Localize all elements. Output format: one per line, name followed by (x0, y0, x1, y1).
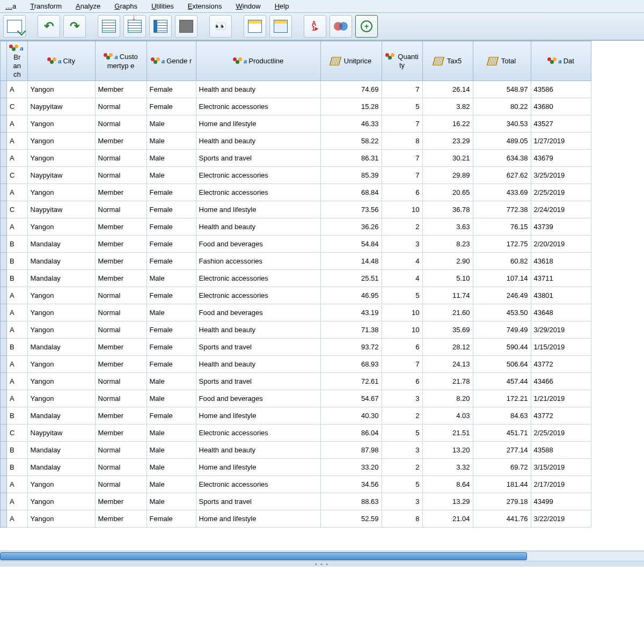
cell-tax5[interactable]: 24.13 (422, 355, 473, 372)
cell-customertype[interactable]: Normal (95, 98, 147, 115)
cell-unitprice[interactable]: 72.61 (320, 372, 382, 390)
cell-total[interactable]: 457.44 (473, 372, 531, 390)
insert-variable-button[interactable] (149, 15, 172, 38)
cell-productline[interactable]: Sports and travel (196, 338, 320, 355)
cell-date[interactable]: 43499 (531, 493, 591, 510)
table-row[interactable]: AYangonNormalFemaleElectronic accessorie… (1, 287, 591, 304)
cell-city[interactable]: Yangon (27, 493, 95, 510)
column-header-gender[interactable]: a Gende r (147, 41, 196, 81)
cell-date[interactable]: 2/17/2019 (531, 475, 591, 493)
cell-customertype[interactable]: Normal (95, 321, 147, 338)
cell-branch[interactable]: A (7, 321, 28, 338)
cell-city[interactable]: Yangon (27, 304, 95, 321)
cell-gender[interactable]: Female (147, 407, 196, 424)
cell-unitprice[interactable]: 46.95 (320, 287, 382, 304)
cell-total[interactable]: 451.71 (473, 424, 531, 441)
cell-branch[interactable]: C (7, 201, 28, 218)
cell-city[interactable]: Mandalay (27, 407, 95, 424)
cell-unitprice[interactable]: 73.56 (320, 201, 382, 218)
menu-transform[interactable]: Transform (28, 1, 64, 11)
cell-branch[interactable]: C (7, 98, 28, 115)
cell-customertype[interactable]: Member (95, 184, 147, 201)
cell-unitprice[interactable]: 86.04 (320, 424, 382, 441)
table-row[interactable]: AYangonMemberFemaleElectronic accessorie… (1, 184, 591, 201)
column-header-customertype[interactable]: a Custo mertyp e (95, 41, 147, 81)
cell-date[interactable]: 43772 (531, 355, 591, 372)
cell-total[interactable]: 60.82 (473, 252, 531, 269)
cell-quantity[interactable]: 5 (382, 424, 422, 441)
cell-branch[interactable]: A (7, 218, 28, 235)
column-header-unitprice[interactable]: Unitprice (320, 41, 382, 81)
cell-customertype[interactable]: Member (95, 80, 147, 98)
cell-branch[interactable]: B (7, 235, 28, 252)
cell-customertype[interactable]: Member (95, 493, 147, 510)
menu-utilities[interactable]: Utilities (149, 1, 176, 11)
cell-quantity[interactable]: 6 (382, 184, 422, 201)
cell-productline[interactable]: Home and lifestyle (196, 115, 320, 132)
table-row[interactable]: BMandalayMemberFemaleFashion accessories… (1, 252, 591, 269)
cell-customertype[interactable]: Member (95, 338, 147, 355)
cell-quantity[interactable]: 3 (382, 441, 422, 458)
row-number-cell[interactable] (1, 321, 7, 338)
cell-gender[interactable]: Female (147, 80, 196, 98)
row-number-cell[interactable] (1, 201, 7, 218)
cell-customertype[interactable]: Normal (95, 115, 147, 132)
cell-unitprice[interactable]: 68.84 (320, 184, 382, 201)
cell-gender[interactable]: Female (147, 98, 196, 115)
cell-productline[interactable]: Health and beauty (196, 321, 320, 338)
redo-button[interactable]: ↷ (63, 15, 86, 38)
row-number-cell[interactable] (1, 475, 7, 493)
cell-date[interactable]: 1/21/2019 (531, 390, 591, 407)
cell-productline[interactable]: Health and beauty (196, 355, 320, 372)
row-number-cell[interactable] (1, 149, 7, 166)
menu-a[interactable]: …a (3, 1, 18, 11)
row-number-cell[interactable] (1, 98, 7, 115)
table-row[interactable]: AYangonNormalMaleSports and travel72.616… (1, 372, 591, 390)
cell-total[interactable]: 172.21 (473, 390, 531, 407)
row-number-cell[interactable] (1, 132, 7, 149)
cell-unitprice[interactable]: 40.30 (320, 407, 382, 424)
cell-city[interactable]: Yangon (27, 80, 95, 98)
window-grip[interactable]: • • • (0, 561, 644, 567)
cell-tax5[interactable]: 20.65 (422, 184, 473, 201)
cell-gender[interactable]: Male (147, 166, 196, 184)
cell-total[interactable]: 627.62 (473, 166, 531, 184)
cell-city[interactable]: Mandalay (27, 235, 95, 252)
cell-date[interactable]: 2/25/2019 (531, 424, 591, 441)
cell-productline[interactable]: Food and beverages (196, 390, 320, 407)
cell-quantity[interactable]: 3 (382, 390, 422, 407)
cell-unitprice[interactable]: 15.28 (320, 98, 382, 115)
cell-branch[interactable]: A (7, 184, 28, 201)
cell-unitprice[interactable]: 33.20 (320, 458, 382, 475)
cell-total[interactable]: 590.44 (473, 338, 531, 355)
cell-date[interactable]: 43679 (531, 149, 591, 166)
cell-city[interactable]: Mandalay (27, 252, 95, 269)
cell-unitprice[interactable]: 34.56 (320, 475, 382, 493)
row-number-cell[interactable] (1, 407, 7, 424)
cell-city[interactable]: Yangon (27, 218, 95, 235)
row-number-cell[interactable] (1, 493, 7, 510)
cell-branch[interactable]: A (7, 287, 28, 304)
cell-branch[interactable]: A (7, 80, 28, 98)
cell-tax5[interactable]: 30.21 (422, 149, 473, 166)
table-row[interactable]: BMandalayNormalMaleHealth and beauty87.9… (1, 441, 591, 458)
cell-total[interactable]: 548.97 (473, 80, 531, 98)
cell-total[interactable]: 107.14 (473, 269, 531, 287)
column-header-total[interactable]: Total (473, 41, 531, 81)
cell-city[interactable]: Yangon (27, 132, 95, 149)
cell-productline[interactable]: Fashion accessories (196, 252, 320, 269)
cell-customertype[interactable]: Member (95, 132, 147, 149)
column-header-city[interactable]: a City (27, 41, 95, 81)
row-number-cell[interactable] (1, 441, 7, 458)
cell-date[interactable]: 43739 (531, 218, 591, 235)
cell-gender[interactable]: Male (147, 132, 196, 149)
cell-total[interactable]: 277.14 (473, 441, 531, 458)
row-number-cell[interactable] (1, 235, 7, 252)
cell-gender[interactable]: Female (147, 218, 196, 235)
table-row[interactable]: BMandalayNormalMaleHome and lifestyle33.… (1, 458, 591, 475)
cell-unitprice[interactable]: 14.48 (320, 252, 382, 269)
row-number-cell[interactable] (1, 355, 7, 372)
cell-customertype[interactable]: Member (95, 269, 147, 287)
split-file-button[interactable] (244, 15, 266, 38)
cell-tax5[interactable]: 23.29 (422, 132, 473, 149)
